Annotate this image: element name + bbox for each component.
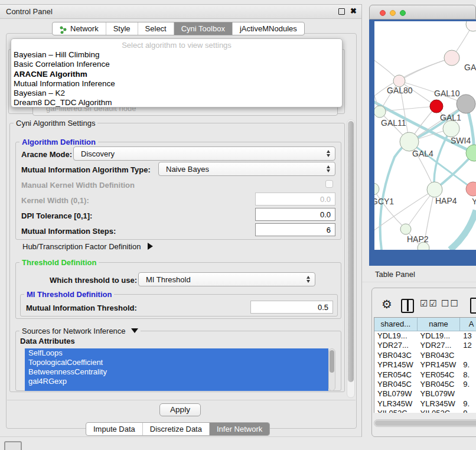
- deselect-all-checkboxes-icon[interactable]: ☐☐: [441, 298, 459, 309]
- tab-style[interactable]: Style: [106, 22, 138, 35]
- collapsed-panel-handle[interactable]: [4, 441, 22, 450]
- list-item[interactable]: SelfLoops: [25, 348, 328, 358]
- algorithm-option-dream8[interactable]: Dream8 DC_TDC Algorithm: [11, 98, 342, 107]
- table-row[interactable]: YPR145W YPR145W 9.: [374, 360, 476, 370]
- network-edge[interactable]: [399, 58, 452, 81]
- algorithm-option-basic-correlation[interactable]: Basic Correlation Inference: [11, 60, 342, 69]
- cell: YBR043C: [418, 351, 461, 360]
- data-attributes-list[interactable]: SelfLoops TopologicalCoefficient Between…: [25, 348, 328, 391]
- network-view-window: GALGAL80GAL10GAL1GAL11SWI4GAL4GCY1HAP4YH…: [369, 5, 476, 266]
- cell: YIL052C: [374, 409, 418, 413]
- table-row[interactable]: YIL052C YIL052C 9.: [374, 409, 476, 413]
- mi-steps-input[interactable]: [255, 223, 335, 236]
- network-node-label: HAP2: [407, 234, 429, 244]
- algorithm-dropdown-popup: Select algorithm to view settings Bayesi…: [11, 38, 343, 107]
- hub-definition-toggle[interactable]: Hub/Transcription Factor Definition: [22, 242, 153, 251]
- cell: YDL19...: [374, 331, 418, 341]
- tab-cyni-toolbox[interactable]: Cyni Toolbox: [174, 22, 233, 35]
- table-row[interactable]: YBR045C YBR045C 9.: [374, 380, 476, 389]
- control-panel: Control Panel ✖ Network Style Select: [0, 4, 362, 437]
- dpi-tolerance-input[interactable]: [255, 208, 335, 221]
- columns-layout-icon[interactable]: [401, 299, 414, 313]
- cell: YLR345W: [374, 399, 418, 409]
- cell: YDR27...: [374, 341, 418, 350]
- tab-jactivemnodules[interactable]: jActiveMNodules: [233, 22, 304, 35]
- node-table: shared... name A YDL19... YDL19... 13 YD…: [374, 317, 476, 413]
- algorithm-option-aracne[interactable]: ARACNE Algorithm: [11, 70, 342, 79]
- divider: [7, 400, 356, 400]
- list-item[interactable]: gal4RGexp: [25, 377, 328, 386]
- list-item[interactable]: TopologicalCoefficient: [25, 358, 328, 367]
- algorithm-dropdown-placeholder: Select algorithm to view settings: [11, 40, 342, 50]
- tab-infer-network[interactable]: Infer Network: [210, 423, 269, 435]
- network-node[interactable]: [427, 182, 442, 197]
- cell: YBR045C: [374, 380, 418, 389]
- table-row[interactable]: YER054C YER054C 8.: [374, 370, 476, 380]
- manual-kernel-width-checkbox[interactable]: [325, 180, 333, 188]
- network-window-titlebar[interactable]: [369, 5, 476, 19]
- table-panel-titlebar: Table Panel: [362, 266, 476, 282]
- network-node-label: Y: [472, 197, 476, 206]
- kernel-width-input[interactable]: [255, 193, 335, 206]
- network-canvas[interactable]: GALGAL80GAL10GAL1GAL11SWI4GAL4GCY1HAP4YH…: [374, 21, 476, 250]
- select-all-checkboxes-icon[interactable]: ☑☑: [420, 298, 438, 309]
- aracne-mode-select[interactable]: Discovery: [73, 146, 335, 161]
- table-panel-title: Table Panel: [375, 270, 415, 279]
- apply-button[interactable]: Apply: [159, 403, 201, 416]
- tab-impute-data-label: Impute Data: [93, 423, 135, 435]
- which-threshold-select[interactable]: MI Threshold: [138, 272, 315, 286]
- column-header-partial[interactable]: A: [460, 318, 476, 331]
- mi-algorithm-type-select[interactable]: Naive Bayes: [158, 162, 335, 176]
- column-header-name[interactable]: name: [418, 318, 461, 331]
- list-item[interactable]: BetweennessCentrality: [25, 367, 328, 377]
- network-view-frame: GALGAL80GAL10GAL1GAL11SWI4GAL4GCY1HAP4YH…: [369, 19, 476, 266]
- gear-icon[interactable]: ⚙: [382, 297, 392, 311]
- network-node[interactable]: [400, 224, 411, 234]
- algorithm-option-bayesian-k2[interactable]: Bayesian – K2: [11, 89, 342, 98]
- network-node[interactable]: [374, 183, 379, 195]
- network-edge[interactable]: [450, 210, 476, 250]
- cell: YER054C: [374, 370, 418, 380]
- algorithm-option-bayesian-hill-climbing[interactable]: Bayesian – Hill Climbing: [11, 50, 342, 60]
- network-node[interactable]: [443, 120, 459, 137]
- close-icon[interactable]: ✖: [350, 6, 357, 15]
- data-attributes-scrollbar-thumb[interactable]: [330, 350, 334, 373]
- settings-scrollbar[interactable]: [347, 119, 355, 398]
- network-node[interactable]: [430, 100, 443, 113]
- table-row[interactable]: YDL19... YDL19... 13: [374, 331, 476, 341]
- zoom-traffic-light-icon[interactable]: [400, 10, 406, 16]
- cell: YBR045C: [418, 380, 461, 389]
- table-horizontal-scrollbar[interactable]: [374, 419, 476, 427]
- tab-select-label: Select: [145, 22, 167, 35]
- tab-cyni-toolbox-label: Cyni Toolbox: [181, 22, 225, 35]
- float-window-icon[interactable]: [338, 8, 345, 15]
- cell: 9.: [460, 399, 476, 409]
- data-attributes-scrollbar[interactable]: [328, 348, 335, 391]
- mi-threshold-input[interactable]: [250, 301, 333, 314]
- table-row[interactable]: YBL079W YBL079W: [374, 389, 476, 399]
- network-node[interactable]: [466, 21, 476, 31]
- document-icon[interactable]: [470, 298, 476, 314]
- column-header-shared-name[interactable]: shared...: [374, 318, 418, 331]
- table-row[interactable]: YBR043C YBR043C: [374, 351, 476, 360]
- table-row[interactable]: YLR345W YLR345W 9.: [374, 399, 476, 409]
- settings-scrollbar-thumb[interactable]: [348, 121, 354, 382]
- table-horizontal-scrollbar-thumb[interactable]: [375, 420, 476, 426]
- network-node[interactable]: [374, 106, 386, 118]
- tab-network[interactable]: Network: [53, 22, 106, 35]
- table-row[interactable]: YDR27... YDR27... 12: [374, 341, 476, 350]
- minimize-traffic-light-icon[interactable]: [390, 10, 396, 16]
- control-panel-title: Control Panel: [6, 7, 53, 16]
- mi-threshold-definition-title: MI Threshold Definition: [24, 290, 114, 299]
- close-traffic-light-icon[interactable]: [380, 10, 386, 16]
- tab-impute-data[interactable]: Impute Data: [86, 423, 143, 435]
- algorithm-option-mutual-information[interactable]: Mutual Information Inference: [11, 79, 342, 89]
- tab-discretize-data[interactable]: Discretize Data: [143, 423, 210, 435]
- tab-select[interactable]: Select: [138, 22, 174, 35]
- network-node[interactable]: [393, 75, 405, 87]
- network-node[interactable]: [444, 50, 459, 66]
- sources-group-title[interactable]: Sources for Network Inference: [19, 327, 141, 335]
- combo-arrows-icon: [307, 276, 310, 283]
- table-panel: ⚙ ☑☑ ☐☐ shared... name A YDL19... YDL19.…: [371, 288, 476, 437]
- cell: YBL079W: [418, 389, 461, 399]
